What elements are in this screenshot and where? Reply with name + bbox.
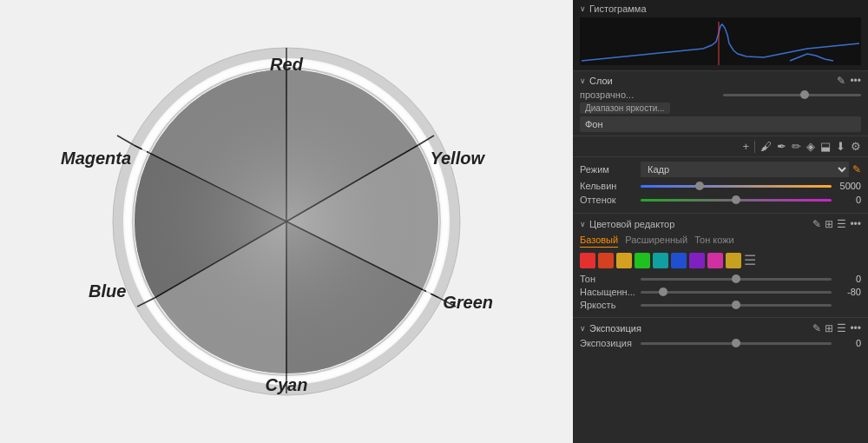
exposure-slider[interactable] [641, 342, 832, 345]
svg-line-18 [117, 136, 135, 146]
histogram-title: Гистограмма [589, 3, 647, 14]
color-editor-icon2[interactable]: ⊞ [825, 218, 833, 230]
bright-control [641, 304, 861, 307]
color-editor-icon3[interactable]: ☰ [837, 218, 846, 230]
bright-slider[interactable] [641, 304, 832, 307]
swatches-more-icon[interactable]: ☰ [744, 252, 756, 268]
label-magenta: Magenta [61, 149, 131, 169]
histogram-section: ∨ Гистограмма [573, 0, 868, 71]
exp-icon1[interactable]: ✎ [812, 322, 821, 334]
swatch-cyan[interactable] [653, 253, 668, 268]
color-editor-title: ∨ Цветовой редактор [580, 219, 674, 229]
layers-more-icon[interactable]: ••• [850, 75, 861, 87]
kelvin-slider[interactable] [641, 185, 832, 188]
transparent-slider[interactable] [723, 94, 861, 96]
bright-label: Яркость [580, 300, 641, 310]
transparent-label: прозрачно... [580, 89, 718, 100]
swatch-orange[interactable] [598, 253, 614, 268]
settings-section: Режим Кадр ✎ Кельвин 5000 Оттенок 0 [573, 157, 868, 214]
exposure-row: Экспозиция 0 [580, 338, 861, 348]
color-editor-icon1[interactable]: ✎ [812, 218, 821, 230]
layers-section: ∨ Слои ✎ ••• прозрачно... Диапазон яркос… [573, 71, 868, 136]
tint-label: Оттенок [580, 195, 641, 205]
sat-label: Насыщенн... [580, 287, 641, 297]
settings-icon[interactable]: ⚙ [851, 140, 861, 153]
exposure-value: 0 [835, 338, 861, 348]
ton-slider[interactable] [641, 278, 832, 281]
tools-divider [754, 141, 755, 153]
exposure-label: Экспозиция [580, 338, 641, 348]
swatch-green[interactable] [635, 253, 650, 268]
swatch-yellow[interactable] [616, 253, 632, 268]
color-editor-icon4[interactable]: ••• [850, 218, 861, 230]
svg-point-10 [135, 69, 438, 374]
layer-icon[interactable]: ⬓ [820, 140, 831, 153]
color-wheel-panel: Red Yellow Green Cyan Blue Magenta [0, 0, 573, 443]
exposure-icons: ✎ ⊞ ☰ ••• [812, 322, 861, 334]
brush-icon[interactable]: 🖌 [760, 140, 772, 153]
background-layer[interactable]: Фон [580, 116, 861, 132]
swatch-magenta[interactable] [707, 253, 723, 268]
eyedropper-icon[interactable]: ✒ [777, 140, 786, 153]
label-cyan: Cyan [266, 375, 308, 395]
mode-row: Режим Кадр ✎ [580, 162, 861, 177]
download-icon[interactable]: ⬇ [836, 140, 845, 153]
exposure-title-row: ∨ Экспозиция [580, 323, 641, 334]
tab-skin-tone[interactable]: Тон кожи [694, 235, 734, 248]
exp-icon2[interactable]: ⊞ [825, 322, 833, 334]
sat-row: Насыщенн... -80 [580, 287, 861, 297]
layers-header-row: ∨ Слои ✎ ••• [580, 75, 861, 87]
tab-basic[interactable]: Базовый [580, 235, 618, 248]
kelvin-control: 5000 [641, 181, 861, 191]
ton-label: Тон [580, 274, 641, 284]
mode-select[interactable]: Кадр [641, 162, 849, 177]
swatch-red[interactable] [580, 253, 595, 268]
color-wheel-container: Red Yellow Green Cyan Blue Magenta [104, 39, 469, 404]
ton-row: Тон 0 [580, 274, 861, 284]
sat-control: -80 [641, 287, 861, 297]
swatch-gold[interactable] [726, 253, 741, 268]
swatch-violet[interactable] [689, 253, 705, 268]
sat-value: -80 [835, 287, 861, 297]
color-editor-icons: ✎ ⊞ ☰ ••• [812, 218, 861, 230]
tint-row: Оттенок 0 [580, 195, 861, 205]
mode-control: Кадр ✎ [641, 162, 861, 177]
plus-icon[interactable]: + [742, 140, 749, 153]
exposure-title: Экспозиция [589, 323, 641, 334]
color-editor-section: ∨ Цветовой редактор ✎ ⊞ ☰ ••• Базовый Ра… [573, 214, 868, 318]
eraser-icon[interactable]: ◈ [806, 140, 815, 153]
mode-edit-icon[interactable]: ✎ [852, 163, 861, 175]
right-panel: ∨ Гистограмма ∨ Слои ✎ •• [573, 0, 868, 443]
bright-row: Яркость [580, 300, 861, 310]
layers-chevron-icon: ∨ [580, 76, 586, 85]
kelvin-label: Кельвин [580, 181, 641, 191]
svg-rect-19 [582, 17, 859, 65]
tab-advanced[interactable]: Расширенный [625, 235, 687, 248]
color-editor-header: ∨ Цветовой редактор ✎ ⊞ ☰ ••• [580, 218, 861, 230]
color-editor-chevron-icon: ∨ [580, 220, 586, 228]
color-swatches: ☰ [580, 252, 861, 268]
histogram-svg [580, 17, 861, 65]
layers-icons: ✎ ••• [837, 75, 861, 87]
tint-value: 0 [835, 195, 861, 205]
range-button[interactable]: Диапазон яркости... [580, 102, 670, 114]
sat-slider[interactable] [641, 291, 832, 294]
pencil-icon[interactable]: ✏ [792, 140, 801, 153]
color-controls: Тон 0 Насыщенн... -80 Яркость [580, 274, 861, 310]
transparent-row: прозрачно... [580, 89, 861, 100]
exp-icon3[interactable]: ☰ [837, 322, 846, 334]
mode-label: Режим [580, 164, 641, 175]
tint-slider[interactable] [641, 199, 832, 202]
exp-icon4[interactable]: ••• [850, 322, 861, 334]
histogram-chevron-icon: ∨ [580, 4, 586, 13]
layers-title: Слои [589, 76, 613, 86]
label-green: Green [443, 293, 493, 313]
tint-control: 0 [641, 195, 861, 205]
swatch-blue[interactable] [671, 253, 687, 268]
label-red: Red [270, 55, 303, 75]
color-wheel-svg [104, 39, 469, 404]
exposure-section: ∨ Экспозиция ✎ ⊞ ☰ ••• Экспозиция 0 [573, 318, 868, 356]
layers-edit-icon[interactable]: ✎ [837, 75, 845, 87]
exposure-chevron-icon: ∨ [580, 324, 586, 333]
tools-row: + 🖌 ✒ ✏ ◈ ⬓ ⬇ ⚙ [573, 136, 868, 157]
